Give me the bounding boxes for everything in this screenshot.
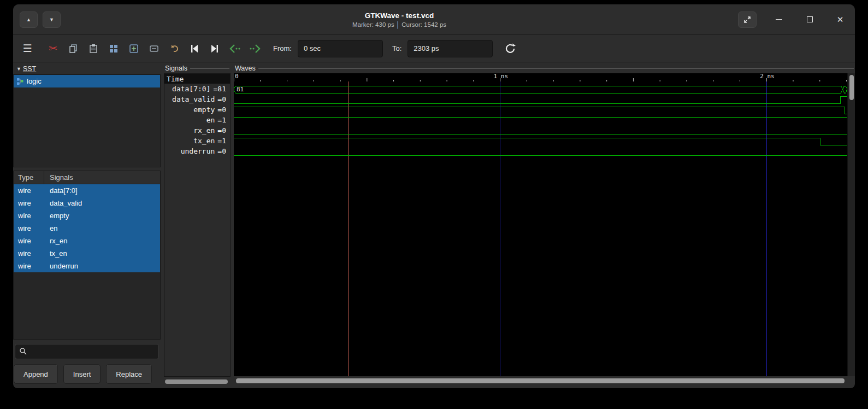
close-button[interactable]: ✕: [832, 11, 848, 28]
waves-pane-title: Waves: [235, 65, 256, 72]
maximize-button[interactable]: [801, 11, 818, 28]
wave-signal-label[interactable]: data_valid=0: [164, 94, 230, 104]
reload-button[interactable]: [501, 40, 519, 57]
signal-type: wire: [14, 237, 44, 245]
close-icon: ✕: [837, 15, 844, 24]
signal-table: Type Signals wiredata[7:0]wiredata_valid…: [13, 171, 161, 340]
column-header-type: Type: [14, 171, 44, 184]
scissors-icon: ✂: [49, 42, 57, 55]
to-time-input[interactable]: [408, 40, 493, 57]
paste-icon: [88, 43, 99, 54]
signal-name: empty: [193, 106, 215, 114]
table-row[interactable]: wiredata[7:0]: [14, 184, 160, 197]
signal-name: data_valid: [172, 95, 215, 103]
wave-signal-label[interactable]: en=1: [164, 115, 230, 125]
shift-right-button[interactable]: [246, 40, 264, 57]
maximize-icon: [807, 16, 813, 22]
down-arrow-icon: ▼: [49, 17, 54, 22]
signal-value: =1: [217, 116, 226, 124]
scroll-down-button[interactable]: ▼: [43, 11, 61, 28]
append-button[interactable]: Append: [14, 364, 58, 384]
signals-pane-header: Signals: [164, 63, 231, 73]
signal-name: en: [206, 116, 215, 124]
wave-signal-label[interactable]: data[7:0]=81: [164, 84, 230, 94]
scroll-up-button[interactable]: ▲: [20, 11, 38, 28]
table-row[interactable]: wiretx_en: [14, 247, 160, 260]
signal-name: data_valid: [44, 199, 82, 207]
shift-left-icon: [229, 43, 241, 54]
minimize-button[interactable]: [771, 11, 787, 28]
paste-traces-button[interactable]: [85, 40, 102, 57]
menu-button[interactable]: ☰: [19, 40, 36, 57]
zoom-out-button[interactable]: [145, 40, 163, 57]
marker-cursor-status: Marker: 430 ps │ Cursor: 1542 ps: [61, 21, 738, 28]
go-to-end-button[interactable]: [206, 40, 223, 57]
signals-horizontal-scrollbar[interactable]: [164, 378, 231, 385]
copy-icon: [68, 43, 79, 54]
search-icon: [19, 347, 27, 355]
menu-icon: ☰: [22, 42, 32, 55]
column-header-signals: Signals: [44, 173, 73, 182]
go-to-start-button[interactable]: [186, 40, 203, 57]
wave-canvas[interactable]: 81: [234, 81, 847, 376]
signal-name: rx_en: [193, 126, 215, 135]
waves-horizontal-scrollbar[interactable]: [234, 376, 855, 385]
time-header: Time: [164, 74, 230, 84]
zoom-out-icon: [149, 43, 160, 54]
signal-type: wire: [14, 249, 44, 258]
zoom-in-button[interactable]: [125, 40, 143, 57]
signal-name: data[7:0]: [172, 85, 210, 93]
from-time-input[interactable]: [298, 40, 383, 57]
signal-name: underrun: [181, 147, 215, 155]
zoom-fit-button[interactable]: [105, 40, 122, 57]
svg-text:1 ns: 1 ns: [494, 73, 509, 80]
reload-icon: [504, 43, 516, 55]
table-row[interactable]: wireempty: [14, 209, 160, 222]
svg-text:2 ns: 2 ns: [760, 73, 775, 80]
fullscreen-icon: [743, 15, 752, 24]
wave-signal-label[interactable]: empty=0: [164, 104, 230, 115]
signal-name: empty: [44, 212, 69, 220]
table-row[interactable]: wiredata_valid: [14, 197, 160, 209]
minimize-icon: [776, 19, 782, 20]
wave-timeline[interactable]: 01 ns2 ns: [234, 73, 847, 81]
signal-filter-input[interactable]: [15, 344, 159, 359]
signals-list: Time data[7:0]=81data_valid=0empty=0en=1…: [164, 73, 231, 377]
table-row[interactable]: wireen: [14, 222, 160, 235]
signal-value: =81: [214, 85, 226, 93]
wave-signal-label[interactable]: underrun=0: [164, 146, 230, 156]
wave-signal-label[interactable]: tx_en=1: [164, 136, 230, 146]
main-area: ▼ SST logic Type Signals: [13, 62, 855, 388]
wave-signal-label[interactable]: rx_en=0: [164, 125, 230, 136]
signal-value: =0: [217, 95, 226, 103]
module-hierarchy-icon: [16, 78, 24, 85]
shift-left-button[interactable]: [226, 40, 244, 57]
signal-filter: [15, 344, 159, 359]
sst-expander[interactable]: ▼ SST: [13, 63, 161, 74]
table-row[interactable]: wirerx_en: [14, 235, 160, 247]
signal-value: =1: [217, 137, 226, 145]
skip-to-start-icon: [189, 43, 200, 54]
waves-pane-header: Waves: [234, 63, 855, 73]
titlebar-nav-buttons: ▲ ▼: [20, 11, 61, 28]
fullscreen-button[interactable]: [738, 11, 757, 28]
sst-column: ▼ SST logic Type Signals: [13, 63, 161, 385]
table-row[interactable]: wireunderrun: [14, 260, 160, 272]
signal-value: =0: [217, 106, 226, 114]
replace-button[interactable]: Replace: [106, 364, 152, 384]
cut-traces-button[interactable]: ✂: [44, 40, 62, 57]
undo-button[interactable]: [166, 40, 183, 57]
sst-header-label: SST: [23, 65, 36, 73]
gtkwave-window: ▲ ▼ GTKWave - test.vcd Marker: 430 ps │ …: [13, 4, 855, 388]
waves-vertical-scrollbar[interactable]: [847, 73, 855, 376]
insert-button[interactable]: Insert: [63, 364, 101, 384]
scrollbar-thumb[interactable]: [236, 378, 845, 383]
scrollbar-thumb[interactable]: [165, 379, 228, 384]
copy-traces-button[interactable]: [64, 40, 82, 57]
skip-to-end-icon: [209, 43, 220, 54]
tree-item-logic[interactable]: logic: [14, 75, 160, 87]
titlebar-text: GTKWave - test.vcd Marker: 430 ps │ Curs…: [61, 11, 738, 28]
expander-caret-icon: ▼: [16, 66, 21, 72]
zoom-fit-icon: [108, 43, 119, 54]
scrollbar-thumb[interactable]: [849, 75, 854, 100]
